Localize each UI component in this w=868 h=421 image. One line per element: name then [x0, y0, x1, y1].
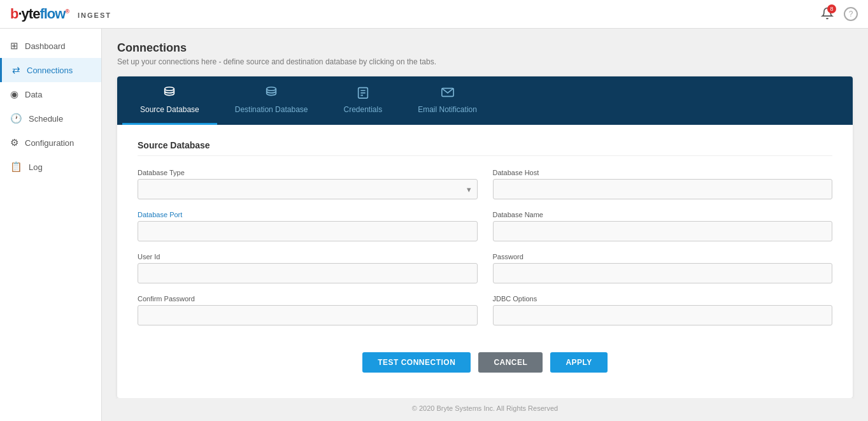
tab-source-database[interactable]: Source Database	[122, 76, 217, 125]
page-title: Connections	[117, 41, 853, 55]
sidebar-label-data: Data	[25, 90, 42, 99]
schedule-icon: 🕐	[10, 113, 22, 124]
svg-point-1	[267, 87, 276, 91]
database-port-label: Database Port	[138, 211, 478, 218]
form-row-2: Database Port Database Name	[138, 211, 832, 241]
tab-email-notification-label: Email Notification	[418, 105, 477, 114]
user-id-input[interactable]	[138, 263, 478, 283]
sidebar-label-dashboard: Dashboard	[25, 41, 66, 51]
cancel-button[interactable]: CANCEL	[478, 352, 543, 373]
password-group: Password	[493, 253, 833, 283]
jdbc-options-label: JDBC Options	[493, 295, 833, 303]
jdbc-options-group: JDBC Options	[493, 295, 833, 325]
sidebar-item-configuration[interactable]: ⚙ Configuration	[0, 131, 101, 155]
sidebar: ⊞ Dashboard ⇄ Connections ◉ Data 🕐 Sched…	[0, 29, 102, 421]
logo-text: b·yteflow®	[10, 6, 69, 22]
tab-email-notification[interactable]: Email Notification	[400, 76, 495, 125]
sidebar-label-schedule: Schedule	[29, 114, 63, 124]
sidebar-item-connections[interactable]: ⇄ Connections	[0, 58, 101, 82]
logo: b·yteflow® INGEST	[10, 6, 111, 22]
help-button[interactable]: ?	[844, 7, 858, 21]
database-type-select-wrap	[138, 179, 478, 199]
database-type-group: Database Type	[138, 169, 478, 199]
connections-icon: ⇄	[12, 64, 20, 76]
database-type-label: Database Type	[138, 169, 478, 176]
sidebar-item-schedule[interactable]: 🕐 Schedule	[0, 106, 101, 131]
user-id-label: User Id	[138, 253, 478, 260]
database-name-label: Database Name	[493, 211, 833, 218]
tab-source-database-label: Source Database	[140, 105, 199, 114]
notification-count: 8	[827, 4, 836, 13]
user-id-group: User Id	[138, 253, 478, 283]
database-host-input[interactable]	[493, 179, 833, 199]
tab-destination-database[interactable]: Destination Database	[217, 76, 326, 125]
sidebar-item-data[interactable]: ◉ Data	[0, 82, 101, 106]
destination-db-icon	[264, 85, 278, 103]
form-row-3: User Id Password	[138, 253, 832, 283]
section-title: Source Database	[138, 140, 832, 156]
configuration-icon: ⚙	[10, 137, 18, 148]
database-name-input[interactable]	[493, 221, 833, 241]
credentials-icon	[356, 85, 370, 103]
database-name-group: Database Name	[493, 211, 833, 241]
svg-point-0	[165, 87, 174, 91]
password-input[interactable]	[493, 263, 833, 283]
sidebar-label-configuration: Configuration	[25, 138, 74, 148]
sidebar-item-log[interactable]: 📋 Log	[0, 155, 101, 179]
database-host-label: Database Host	[493, 169, 833, 176]
page-subtitle: Set up your connections here - define so…	[117, 57, 853, 66]
apply-button[interactable]: APPLY	[550, 352, 607, 373]
sidebar-label-log: Log	[29, 162, 43, 172]
source-db-icon	[162, 85, 176, 103]
confirm-password-input[interactable]	[138, 305, 478, 325]
tab-credentials-label: Credentials	[343, 105, 382, 114]
tab-destination-database-label: Destination Database	[235, 105, 308, 114]
top-nav: b·yteflow® INGEST 8 ?	[0, 0, 868, 29]
password-label: Password	[493, 253, 833, 260]
confirm-password-label: Confirm Password	[138, 295, 478, 303]
dashboard-icon: ⊞	[10, 40, 18, 52]
tab-header: Source Database Destination Database	[117, 76, 853, 125]
form-row-1: Database Type Database Host	[138, 169, 832, 199]
confirm-password-group: Confirm Password	[138, 295, 478, 325]
jdbc-options-input[interactable]	[493, 305, 833, 325]
sidebar-item-dashboard[interactable]: ⊞ Dashboard	[0, 34, 101, 58]
database-host-group: Database Host	[493, 169, 833, 199]
footer: © 2020 Bryte Systems Inc. All Rights Res…	[117, 398, 853, 418]
notifications-bell[interactable]: 8	[821, 7, 834, 22]
tab-panel: Source Database Destination Database	[117, 76, 853, 398]
button-row: TEST CONNECTION CANCEL APPLY	[138, 337, 832, 378]
tab-credentials[interactable]: Credentials	[325, 76, 400, 125]
form-area: Source Database Database Type Database H…	[117, 125, 853, 398]
sidebar-label-connections: Connections	[27, 66, 73, 75]
form-row-4: Confirm Password JDBC Options	[138, 295, 832, 325]
data-icon: ◉	[10, 89, 18, 100]
email-icon	[441, 85, 455, 103]
main-layout: ⊞ Dashboard ⇄ Connections ◉ Data 🕐 Sched…	[0, 29, 868, 421]
top-nav-right: 8 ?	[821, 7, 858, 22]
app-tag: INGEST	[78, 11, 111, 19]
main-content: Connections Set up your connections here…	[102, 29, 868, 421]
log-icon: 📋	[10, 161, 22, 173]
test-connection-button[interactable]: TEST CONNECTION	[362, 352, 471, 373]
database-type-select[interactable]	[138, 179, 478, 199]
database-port-group: Database Port	[138, 211, 478, 241]
database-port-input[interactable]	[138, 221, 478, 241]
